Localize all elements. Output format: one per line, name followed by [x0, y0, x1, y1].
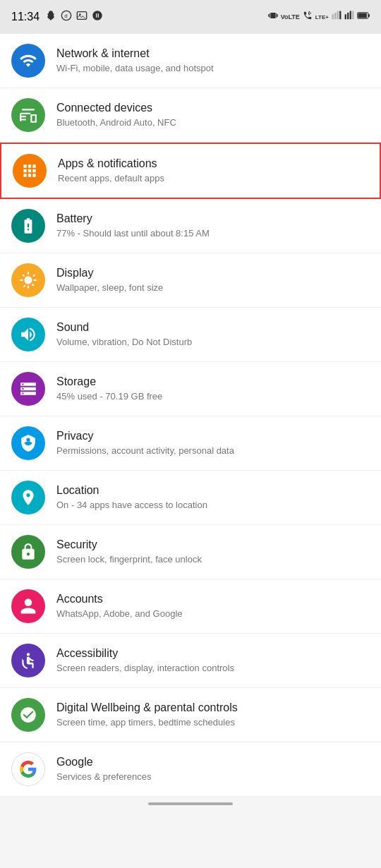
- settings-item-text: Location On - 34 apps have access to loc…: [56, 483, 207, 512]
- settings-item-digitalwellbeing[interactable]: Digital Wellbeing & parental controls Sc…: [0, 688, 381, 742]
- settings-item-subtitle: Screen lock, fingerprint, face unlock: [56, 554, 202, 566]
- settings-item-title: Accounts: [56, 592, 183, 607]
- settings-item-network[interactable]: Network & internet Wi-Fi, mobile, data u…: [0, 34, 381, 88]
- sound-icon: [11, 318, 45, 351]
- disqus-icon: d: [61, 10, 72, 24]
- settings-item-text: Accessibility Screen readers, display, i…: [56, 646, 234, 675]
- settings-item-title: Apps & notifications: [58, 157, 164, 171]
- settings-item-title: Network & internet: [56, 47, 214, 61]
- settings-item-text: Storage 45% used - 70.19 GB free: [56, 375, 162, 403]
- settings-item-google[interactable]: Google Services & preferences: [0, 742, 381, 797]
- settings-item-subtitle: Bluetooth, Android Auto, NFC: [56, 117, 176, 129]
- status-icons-left: d: [45, 10, 103, 24]
- status-bar: 11:34 d VoLTE: [0, 0, 381, 34]
- settings-item-subtitle: Wallpaper, sleep, font size: [56, 282, 163, 294]
- settings-item-accounts[interactable]: Accounts WhatsApp, Adobe, and Google: [0, 579, 381, 634]
- vibrate-icon: [268, 11, 278, 23]
- devices-icon: [11, 98, 45, 132]
- google-icon: [11, 752, 45, 786]
- settings-item-connected[interactable]: Connected devices Bluetooth, Android Aut…: [0, 88, 381, 143]
- settings-item-text: Network & internet Wi-Fi, mobile, data u…: [56, 47, 214, 75]
- settings-item-display[interactable]: Display Wallpaper, sleep, font size: [0, 253, 381, 308]
- settings-item-subtitle: Screen time, app timers, bedtime schedul…: [56, 717, 238, 729]
- settings-item-sound[interactable]: Sound Volume, vibration, Do Not Disturb: [0, 308, 381, 362]
- settings-item-location[interactable]: Location On - 34 apps have access to loc…: [0, 471, 381, 525]
- settings-item-title: Sound: [56, 320, 192, 335]
- settings-item-subtitle: Recent apps, default apps: [58, 173, 164, 185]
- settings-item-title: Location: [56, 483, 207, 498]
- settings-item-title: Privacy: [56, 429, 234, 444]
- apps-icon: [13, 154, 47, 188]
- settings-item-text: Display Wallpaper, sleep, font size: [56, 266, 163, 294]
- battery-icon: [11, 209, 45, 243]
- settings-item-subtitle: Volume, vibration, Do Not Disturb: [56, 337, 192, 349]
- security-icon: [11, 535, 45, 569]
- accounts-icon: [11, 589, 45, 623]
- settings-item-subtitle: WhatsApp, Adobe, and Google: [56, 608, 183, 620]
- shazam-icon: [92, 10, 103, 24]
- storage-icon: [11, 372, 45, 406]
- wifi-calling-icon: [303, 11, 313, 23]
- settings-item-text: Battery 77% - Should last until about 8:…: [56, 212, 210, 240]
- settings-item-subtitle: Screen readers, display, interaction con…: [56, 663, 234, 675]
- settings-item-title: Battery: [56, 212, 210, 227]
- settings-list: Network & internet Wi-Fi, mobile, data u…: [0, 34, 381, 797]
- settings-item-accessibility[interactable]: Accessibility Screen readers, display, i…: [0, 634, 381, 688]
- settings-item-storage[interactable]: Storage 45% used - 70.19 GB free: [0, 362, 381, 416]
- settings-item-title: Security: [56, 538, 202, 553]
- settings-item-subtitle: On - 34 apps have access to location: [56, 500, 207, 512]
- svg-text:d: d: [64, 13, 67, 19]
- display-icon: [11, 263, 45, 297]
- status-time: 11:34: [11, 11, 40, 23]
- settings-item-subtitle: Services & preferences: [56, 771, 151, 783]
- settings-item-text: Digital Wellbeing & parental controls Sc…: [56, 701, 238, 729]
- settings-item-title: Storage: [56, 375, 162, 390]
- signal1-icon: [332, 11, 341, 23]
- settings-item-text: Apps & notifications Recent apps, defaul…: [58, 157, 164, 185]
- svg-rect-5: [368, 14, 370, 17]
- location-icon: [11, 481, 45, 514]
- settings-item-text: Accounts WhatsApp, Adobe, and Google: [56, 592, 183, 620]
- settings-item-text: Security Screen lock, fingerprint, face …: [56, 538, 202, 566]
- settings-item-battery[interactable]: Battery 77% - Should last until about 8:…: [0, 199, 381, 253]
- settings-item-text: Privacy Permissions, account activity, p…: [56, 429, 234, 457]
- scroll-indicator: [0, 797, 381, 811]
- settings-item-subtitle: Permissions, account activity, personal …: [56, 445, 234, 457]
- settings-item-title: Google: [56, 755, 151, 770]
- settings-item-text: Sound Volume, vibration, Do Not Disturb: [56, 320, 192, 349]
- status-icons-right: VoLTE LTE+: [268, 11, 370, 23]
- settings-item-title: Digital Wellbeing & parental controls: [56, 701, 238, 716]
- accessibility-icon: [11, 644, 45, 677]
- photo-icon: [76, 10, 87, 24]
- settings-item-title: Display: [56, 266, 163, 281]
- wifi-icon: [11, 44, 45, 78]
- settings-item-privacy[interactable]: Privacy Permissions, account activity, p…: [0, 416, 381, 471]
- settings-item-apps[interactable]: Apps & notifications Recent apps, defaul…: [0, 143, 381, 199]
- settings-item-text: Google Services & preferences: [56, 755, 151, 783]
- lte-plus-icon: LTE+: [315, 14, 329, 20]
- svg-rect-6: [358, 13, 366, 18]
- settings-item-title: Accessibility: [56, 646, 234, 661]
- settings-item-subtitle: 77% - Should last until about 8:15 AM: [56, 228, 210, 240]
- settings-item-text: Connected devices Bluetooth, Android Aut…: [56, 101, 176, 129]
- settings-item-subtitle: 45% used - 70.19 GB free: [56, 391, 162, 403]
- battery-icon: [357, 11, 370, 23]
- settings-item-security[interactable]: Security Screen lock, fingerprint, face …: [0, 525, 381, 579]
- signal2-icon: [344, 11, 354, 23]
- scroll-bar: [148, 802, 233, 805]
- privacy-icon: [11, 426, 45, 460]
- settings-item-subtitle: Wi-Fi, mobile, data usage, and hotspot: [56, 63, 214, 75]
- digitalwellbeing-icon: [11, 698, 45, 732]
- settings-item-title: Connected devices: [56, 101, 176, 116]
- svg-point-7: [27, 653, 30, 656]
- volte-icon: VoLTE: [281, 14, 300, 20]
- snapchat-icon: [45, 10, 56, 24]
